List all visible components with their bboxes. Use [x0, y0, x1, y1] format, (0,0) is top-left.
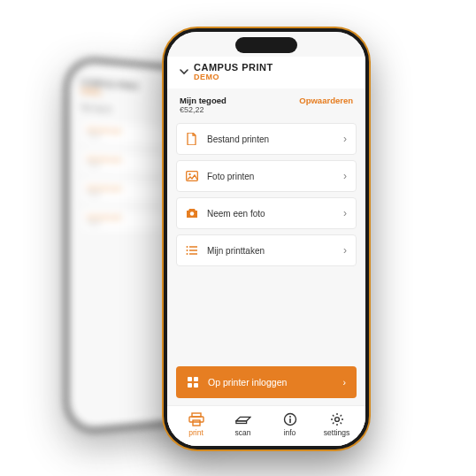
svg-rect-9: [188, 377, 192, 381]
chevron-right-icon: ›: [343, 207, 347, 219]
spacer: [167, 266, 365, 359]
tab-label: info: [284, 428, 296, 437]
menu-item-label: Bestand printen: [207, 134, 334, 144]
chevron-right-icon: ›: [343, 377, 347, 388]
camera-icon: [186, 207, 198, 219]
balance-label: Mijn tegoed: [180, 96, 226, 105]
topup-link[interactable]: Opwaarderen: [299, 96, 353, 105]
tab-print[interactable]: print: [173, 412, 219, 437]
bottom-tabs: print scan info settings: [167, 405, 365, 446]
tab-label: print: [188, 428, 203, 437]
phone-frame: CAMPUS PRINT DEMO Mijn tegoed €52,22 Opw…: [164, 28, 369, 449]
chevron-down-icon: [180, 67, 188, 76]
tab-label: scan: [235, 428, 251, 437]
menu-list: Bestand printen › Foto printen › Neem ee…: [167, 123, 365, 266]
svg-rect-16: [235, 421, 246, 424]
menu-item-photo-print[interactable]: Foto printen ›: [176, 160, 357, 192]
cta-label: Op printer inloggen: [208, 377, 334, 388]
balance-amount: €52,22: [180, 105, 226, 114]
balance-row: Mijn tegoed €52,22 Opwaarderen: [167, 88, 365, 123]
svg-rect-12: [194, 383, 198, 388]
menu-item-label: Foto printen: [207, 172, 334, 181]
svg-point-20: [334, 418, 339, 422]
tab-scan[interactable]: scan: [219, 412, 266, 437]
svg-point-18: [289, 416, 291, 418]
svg-rect-14: [189, 417, 203, 422]
file-icon: [186, 133, 198, 145]
menu-item-label: Neem een foto: [207, 209, 334, 219]
app-screen: CAMPUS PRINT DEMO Mijn tegoed €52,22 Opw…: [167, 32, 365, 446]
chevron-right-icon: ›: [343, 244, 347, 257]
menu-item-take-photo[interactable]: Neem een foto ›: [176, 197, 357, 229]
tab-info[interactable]: info: [266, 412, 313, 437]
phone-notch: [235, 37, 297, 53]
scan-icon: [235, 412, 251, 426]
info-icon: [282, 412, 298, 426]
svg-point-2: [190, 211, 194, 215]
tab-label: settings: [324, 428, 349, 437]
app-header[interactable]: CAMPUS PRINT DEMO: [167, 57, 365, 88]
gear-icon: [329, 412, 345, 426]
title-block: CAMPUS PRINT DEMO: [194, 62, 273, 81]
app-title: CAMPUS PRINT: [194, 62, 273, 73]
svg-point-6: [187, 246, 188, 248]
chevron-right-icon: ›: [343, 170, 347, 182]
svg-rect-11: [188, 383, 192, 388]
svg-point-1: [188, 173, 190, 175]
photo-icon: [186, 170, 198, 182]
print-icon: [188, 412, 204, 426]
list-icon: [186, 244, 198, 257]
menu-item-file-print[interactable]: Bestand printen ›: [176, 123, 357, 155]
app-subtitle: DEMO: [194, 73, 273, 81]
printer-login-button[interactable]: Op printer inloggen ›: [176, 366, 357, 398]
menu-item-my-jobs[interactable]: Mijn printtaken ›: [176, 234, 357, 266]
svg-point-8: [187, 253, 188, 255]
qr-icon: [187, 376, 199, 388]
menu-item-label: Mijn printtaken: [207, 246, 334, 256]
chevron-right-icon: ›: [343, 133, 347, 145]
balance-left: Mijn tegoed €52,22: [180, 96, 226, 114]
svg-rect-10: [194, 377, 198, 381]
tab-settings[interactable]: settings: [313, 412, 360, 437]
svg-point-7: [187, 250, 188, 251]
svg-rect-15: [193, 420, 200, 426]
